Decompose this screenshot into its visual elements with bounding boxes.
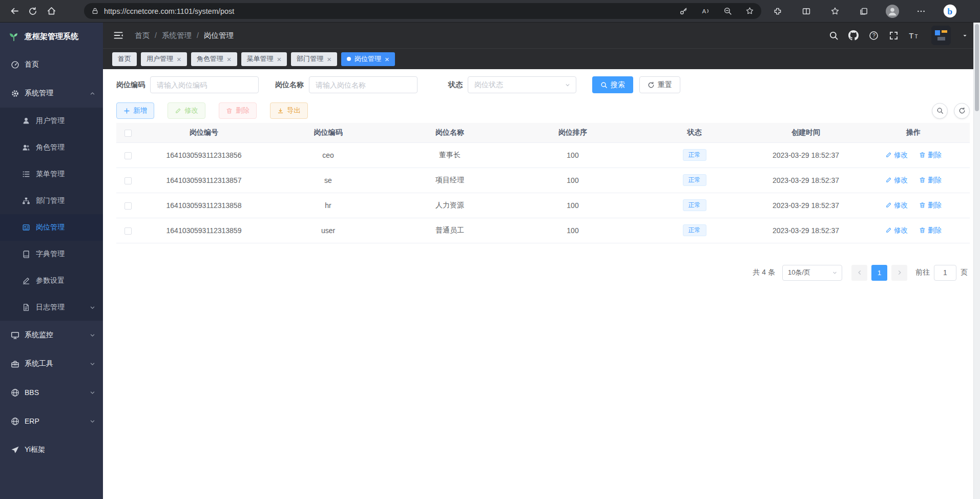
- header-search-icon[interactable]: [827, 29, 840, 41]
- sidebar-item-param-settings[interactable]: 参数设置: [0, 267, 103, 294]
- row-checkbox[interactable]: [124, 227, 132, 235]
- page-number-button[interactable]: 1: [871, 265, 887, 281]
- row-edit-link[interactable]: 修改: [885, 176, 908, 185]
- export-button[interactable]: 导出: [270, 102, 308, 119]
- help-icon[interactable]: ?: [867, 29, 880, 41]
- row-edit-link[interactable]: 修改: [885, 201, 908, 210]
- github-icon[interactable]: [847, 29, 860, 41]
- sidebar-fold-icon[interactable]: [112, 29, 124, 41]
- sidebar-item-system-mgmt[interactable]: 系统管理: [0, 79, 103, 108]
- row-checkbox[interactable]: [124, 152, 132, 159]
- row-edit-link[interactable]: 修改: [885, 226, 908, 235]
- tab-close-icon[interactable]: ×: [227, 55, 232, 63]
- next-page-button[interactable]: [891, 265, 907, 281]
- row-delete-link[interactable]: 删除: [919, 226, 942, 235]
- table-row: 1641030593112313857 se 项目经理 100 正常 2023-…: [116, 168, 970, 193]
- tab-user-mgmt[interactable]: 用户管理×: [141, 52, 187, 66]
- add-button[interactable]: 新增: [116, 102, 154, 119]
- select-all-checkbox[interactable]: [124, 130, 132, 137]
- row-delete-link[interactable]: 删除: [919, 151, 942, 160]
- sidebar-item-menu-mgmt[interactable]: 菜单管理: [0, 161, 103, 188]
- sidebar-item-log-mgmt[interactable]: 日志管理: [0, 294, 103, 321]
- sidebar-item-home[interactable]: 首页: [0, 50, 103, 79]
- sidebar-item-bbs[interactable]: BBS: [0, 378, 103, 407]
- password-key-icon[interactable]: [679, 7, 688, 15]
- status-label: 状态: [448, 80, 463, 90]
- row-checkbox[interactable]: [124, 202, 132, 210]
- app-logo[interactable]: 意框架管理系统: [0, 23, 103, 50]
- row-delete-link[interactable]: 删除: [919, 201, 942, 210]
- site-info-lock-icon[interactable]: [91, 7, 99, 15]
- cell-created: 2023-03-29 18:52:37: [755, 218, 857, 243]
- sidebar-item-role-mgmt[interactable]: 角色管理: [0, 134, 103, 161]
- cell-post-code: ceo: [268, 142, 388, 168]
- sidebar-item-label: Yi框架: [25, 445, 45, 454]
- tab-role-mgmt[interactable]: 角色管理×: [191, 52, 237, 66]
- url-text: https://ccnetcore.com:1101/system/post: [104, 7, 234, 15]
- row-edit-link[interactable]: 修改: [885, 151, 908, 160]
- avatar-caret-icon[interactable]: [958, 29, 971, 41]
- tab-post-mgmt[interactable]: 岗位管理×: [341, 52, 395, 66]
- delete-button[interactable]: 删除: [219, 102, 257, 119]
- search-button[interactable]: 搜索: [592, 76, 633, 93]
- table-header-row: 岗位编号 岗位编码 岗位名称 岗位排序 状态 创建时间 操作: [116, 123, 970, 142]
- tab-home[interactable]: 首页: [112, 52, 137, 66]
- edit-button[interactable]: 修改: [168, 102, 205, 119]
- sidebar-item-dict-mgmt[interactable]: 字典管理: [0, 241, 103, 267]
- reset-button[interactable]: 重置: [639, 76, 680, 93]
- post-name-input[interactable]: [309, 76, 418, 93]
- tab-close-icon[interactable]: ×: [177, 55, 181, 63]
- breadcrumb-system[interactable]: 系统管理: [162, 31, 192, 40]
- browser-refresh-button[interactable]: [24, 2, 42, 20]
- sidebar-item-system-monitor[interactable]: 系统监控: [0, 321, 103, 349]
- row-checkbox[interactable]: [124, 177, 132, 184]
- edit-button-label: 修改: [184, 106, 198, 115]
- favorites-icon[interactable]: [826, 2, 844, 20]
- user-avatar[interactable]: [931, 26, 951, 45]
- edit-icon: [22, 276, 31, 285]
- toggle-search-icon[interactable]: [932, 103, 948, 119]
- sidebar-item-erp[interactable]: ERP: [0, 407, 103, 435]
- extensions-icon[interactable]: [768, 2, 787, 20]
- scrollbar-thumb[interactable]: [975, 24, 979, 111]
- cell-post-name: 董事长: [388, 142, 511, 168]
- browser-home-button[interactable]: [42, 2, 60, 20]
- copilot-bing-icon[interactable]: b: [941, 2, 959, 20]
- refresh-table-icon[interactable]: [954, 103, 970, 119]
- goto-page-input[interactable]: [934, 265, 956, 281]
- zoom-icon[interactable]: [723, 7, 732, 15]
- tab-label: 首页: [118, 54, 131, 64]
- cell-post-code: user: [268, 218, 388, 243]
- tab-close-icon[interactable]: ×: [385, 55, 389, 63]
- profile-avatar-icon[interactable]: [883, 2, 902, 20]
- cell-post-name: 项目经理: [388, 168, 511, 193]
- document-icon: [22, 303, 31, 312]
- sidebar-item-dept-mgmt[interactable]: 部门管理: [0, 188, 103, 214]
- sidebar-item-yi-framework[interactable]: Yi框架: [0, 435, 103, 464]
- browser-back-button[interactable]: [5, 2, 24, 20]
- page-size-select[interactable]: 10条/页: [782, 265, 842, 281]
- breadcrumb-home[interactable]: 首页: [135, 31, 150, 40]
- sidebar-item-post-mgmt[interactable]: 岗位管理: [0, 214, 103, 241]
- font-size-icon[interactable]: TT: [907, 29, 920, 41]
- collections-icon[interactable]: [854, 2, 873, 20]
- browser-menu-icon[interactable]: [912, 2, 930, 20]
- split-screen-icon[interactable]: [797, 2, 816, 20]
- fullscreen-icon[interactable]: [887, 29, 900, 41]
- tab-menu-mgmt[interactable]: 菜单管理×: [241, 52, 287, 66]
- address-bar[interactable]: https://ccnetcore.com:1101/system/post A: [84, 3, 761, 19]
- post-code-input[interactable]: [150, 76, 259, 93]
- page-size-value: 10条/页: [788, 268, 810, 277]
- row-delete-link[interactable]: 删除: [919, 176, 942, 185]
- status-select[interactable]: 岗位状态: [468, 76, 576, 93]
- tab-close-icon[interactable]: ×: [277, 55, 282, 63]
- tab-dept-mgmt[interactable]: 部门管理×: [291, 52, 337, 66]
- prev-page-button[interactable]: [851, 265, 867, 281]
- page-scrollbar[interactable]: [973, 23, 980, 499]
- tab-close-icon[interactable]: ×: [327, 55, 331, 63]
- add-favorite-star-icon[interactable]: [745, 7, 754, 15]
- sidebar-item-system-tools[interactable]: 系统工具: [0, 349, 103, 378]
- user-icon: [22, 116, 31, 126]
- sidebar-item-user-mgmt[interactable]: 用户管理: [0, 108, 103, 134]
- read-aloud-icon[interactable]: A: [701, 7, 710, 15]
